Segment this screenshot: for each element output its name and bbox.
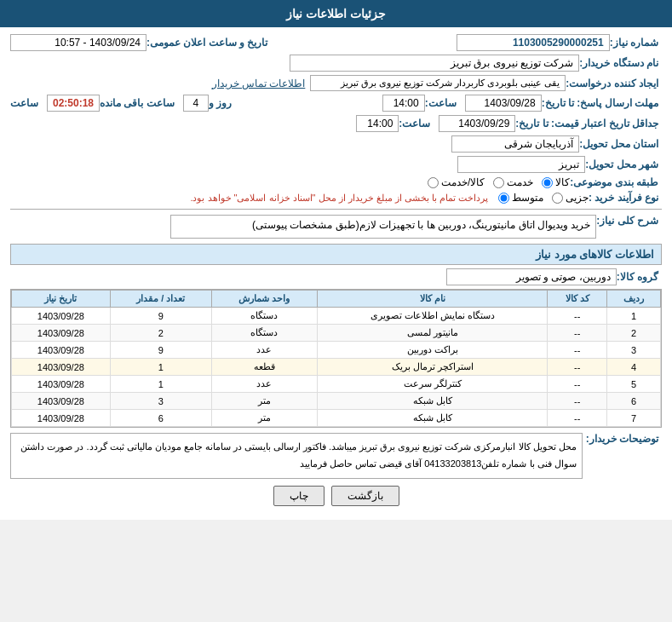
price-deadline-label: جداقل تاریخ اعتبار قیمت: تا تاریخ:: [515, 118, 662, 130]
cell-2-3: عدد: [211, 342, 317, 359]
cell-5-2: کابل شبکه: [318, 393, 548, 410]
back-button[interactable]: بازگشت: [331, 486, 399, 506]
category-radio-group: کالا/خدمت خدمت کالا: [428, 176, 570, 188]
table-row: 1--دستگاه نمایش اطلاعات تصویریدستگاه9140…: [12, 308, 661, 325]
row-need-number: شماره نیاز: 1103005290000251 تاریخ و ساع…: [10, 34, 662, 51]
cell-3-0: 4: [607, 359, 661, 376]
response-days: 4: [183, 95, 209, 112]
col-name: نام کالا: [318, 291, 548, 308]
table-row: 2--مانیتور لمسیدستگاه21403/09/28: [12, 325, 661, 342]
cell-1-4: 2: [110, 325, 211, 342]
need-description-value: خرید ویدیوال اتاق مانیتورینگ، دوربین ها …: [170, 215, 596, 239]
price-time-label: ساعت:: [399, 118, 434, 130]
cell-0-4: 9: [110, 308, 211, 325]
city-value: تبریز: [457, 156, 585, 173]
table-row: 4--استراکچر ترمال بریکقطعه11403/09/28: [12, 359, 661, 376]
row-purchase-type: نوع فرآیند خرید : متوسط جزیی پرداخت تمام…: [10, 192, 662, 204]
cell-6-5: 1403/09/28: [12, 410, 111, 427]
notes-label: توضیحات خریدار:: [586, 433, 662, 445]
datetime-value: 1403/09/24 - 10:57: [10, 34, 146, 51]
cell-0-5: 1403/09/28: [12, 308, 111, 325]
purchase-type-note: پرداخت تمام با بخشی از مبلغ خریدار از مح…: [190, 193, 488, 204]
cell-6-4: 6: [110, 410, 211, 427]
response-countdown-label: ساعت باقی مانده: [100, 97, 178, 109]
col-date: تاریخ نیاز: [12, 291, 111, 308]
creator-label: ایجاد کننده درخواست:: [566, 78, 662, 89]
row-price-deadline: جداقل تاریخ اعتبار قیمت: تا تاریخ: 1403/…: [10, 115, 662, 132]
divider-1: [10, 209, 662, 210]
cell-5-5: 1403/09/28: [12, 393, 111, 410]
countdown-value: 02:50:18: [47, 95, 100, 112]
response-deadline-label: مهلت ارسال پاسخ: تا تاریخ:: [542, 97, 662, 109]
province-value: آذربایجان شرقی: [451, 135, 579, 153]
category-option-khedmat[interactable]: خدمت: [493, 176, 533, 188]
purchase-type-option-jozii[interactable]: جزیی: [552, 192, 589, 204]
col-code: کد کالا: [548, 291, 607, 308]
row-response-deadline: مهلت ارسال پاسخ: تا تاریخ: 1403/09/28 سا…: [10, 95, 662, 112]
buyer-name-label: نام دستگاه خریدار:: [579, 57, 662, 69]
cell-3-2: استراکچر ترمال بریک: [318, 359, 548, 376]
goods-table: ردیف کد کالا نام کالا واحد شمارش تعداد /…: [11, 290, 661, 427]
page-title: جزئیات اطلاعات نیاز: [286, 7, 386, 20]
cell-0-1: --: [548, 308, 607, 325]
price-date: 1403/09/29: [439, 115, 515, 132]
row-goods-category: گروه کالا: دوربین، صوتی و تصویر: [10, 268, 662, 285]
row-category: طبقه بندی موضوعی: کالا/خدمت خدمت کالا: [10, 176, 662, 188]
ساعت-label: ساعت: [10, 97, 42, 109]
cell-0-0: 1: [607, 308, 661, 325]
category-radio-kala-khedmat[interactable]: [428, 177, 439, 188]
cell-5-0: 6: [607, 393, 661, 410]
row-creator: ایجاد کننده درخواست: یقی عینبی بلوبردی ک…: [10, 75, 662, 91]
row-buyer-name: نام دستگاه خریدار: شرکت توزیع نیروی برق …: [10, 55, 662, 72]
purchase-type-radio-motavasset[interactable]: [498, 193, 509, 204]
cell-6-1: --: [548, 410, 607, 427]
cell-2-5: 1403/09/28: [12, 342, 111, 359]
col-qty: تعداد / مقدار: [110, 291, 211, 308]
purchase-type-radio-jozii[interactable]: [552, 193, 563, 204]
province-label: استان محل تحویل:: [579, 138, 662, 150]
category-label: طبقه بندی موضوعی:: [570, 176, 662, 188]
buttons-row: بازگشت چاپ: [10, 486, 662, 506]
print-button[interactable]: چاپ: [273, 486, 325, 506]
category-option-kala-khedmat[interactable]: کالا/خدمت: [428, 176, 485, 188]
page-container: جزئیات اطلاعات نیاز شماره نیاز: 11030052…: [0, 0, 672, 520]
creator-value: یقی عینبی بلوبردی کاربردار شرکت توزیع نی…: [310, 75, 566, 91]
cell-3-1: --: [548, 359, 607, 376]
goods-table-body: 1--دستگاه نمایش اطلاعات تصویریدستگاه9140…: [12, 308, 661, 427]
page-header: جزئیات اطلاعات نیاز: [0, 0, 672, 27]
cell-5-3: متر: [211, 393, 317, 410]
need-number-label: شماره نیاز:: [610, 37, 662, 49]
cell-4-3: عدد: [211, 376, 317, 393]
category-option-kala[interactable]: کالا: [542, 176, 570, 188]
category-radio-khedmat[interactable]: [493, 177, 504, 188]
cell-3-4: 1: [110, 359, 211, 376]
table-row: 7--کابل شبکهمتر61403/09/28: [12, 410, 661, 427]
price-time: 14:00: [356, 115, 399, 132]
response-time-label: ساعت:: [425, 97, 460, 109]
datetime-label: تاریخ و ساعت اعلان عمومی:: [146, 37, 271, 49]
need-number-value: 1103005290000251: [457, 34, 610, 51]
cell-2-0: 3: [607, 342, 661, 359]
row-province: استان محل تحویل: آذربایجان شرقی: [10, 135, 662, 153]
table-row: 6--کابل شبکهمتر31403/09/28: [12, 393, 661, 410]
cell-1-0: 2: [607, 325, 661, 342]
category-radio-kala[interactable]: [542, 177, 553, 188]
purchase-type-label: نوع فرآیند خرید :: [589, 192, 662, 204]
response-time: 14:00: [382, 95, 425, 112]
goods-category-value: دوربین، صوتی و تصویر: [446, 268, 617, 285]
row-city: شهر محل تحویل: تبریز: [10, 156, 662, 173]
goods-category-label: گروه کالا:: [617, 271, 662, 283]
cell-2-4: 9: [110, 342, 211, 359]
notes-value: محل تحویل کالا انبارمرکزی شرکت توزیع نیر…: [10, 433, 583, 479]
cell-6-3: متر: [211, 410, 317, 427]
cell-2-2: براکت دوربین: [318, 342, 548, 359]
purchase-type-option-motavasset[interactable]: متوسط: [498, 192, 543, 204]
col-unit: واحد شمارش: [211, 291, 317, 308]
col-row: ردیف: [607, 291, 661, 308]
city-label: شهر محل تحویل:: [585, 158, 662, 170]
cell-6-2: کابل شبکه: [318, 410, 548, 427]
need-description-label: شرح کلی نیاز:: [596, 215, 662, 227]
purchase-type-radio-group: متوسط جزیی: [498, 192, 589, 204]
goods-section-title: اطلاعات کالاهای مورد نیاز: [10, 244, 662, 265]
creator-link[interactable]: اطلاعات تماس خریدار: [212, 78, 306, 89]
